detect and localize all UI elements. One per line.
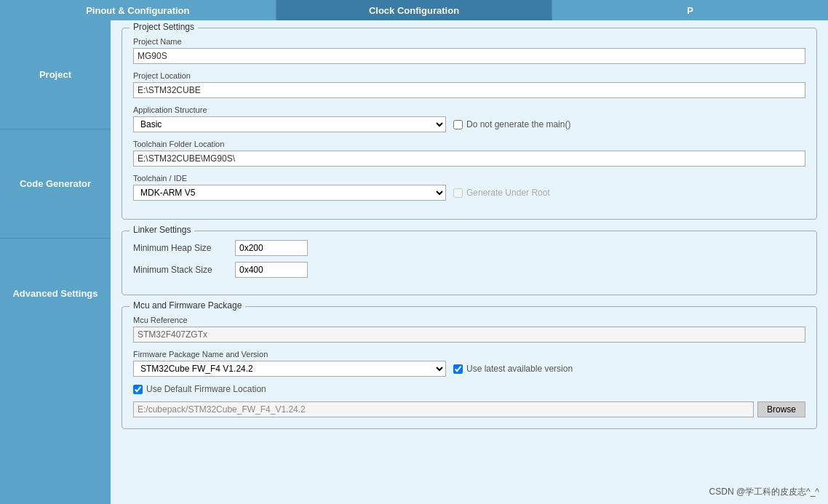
tab-partial[interactable]: P	[552, 0, 828, 20]
linker-settings-group: Linker Settings Minimum Heap Size Minimu…	[122, 231, 817, 295]
min-stack-input[interactable]	[235, 262, 308, 278]
app-structure-inline: Basic Do not generate the main()	[133, 116, 805, 132]
project-settings-title: Project Settings	[130, 22, 198, 32]
generate-under-root-checkbox[interactable]	[453, 188, 463, 198]
generate-under-root-row: Generate Under Root	[453, 188, 550, 198]
use-default-firmware-checkbox-row: Use Default Firmware Location	[133, 384, 805, 394]
sidebar-item-project[interactable]: Project	[0, 20, 111, 129]
use-latest-label: Use latest available version	[466, 364, 573, 374]
toolchain-folder-row: Toolchain Folder Location	[133, 140, 805, 167]
use-latest-row: Use latest available version	[453, 364, 573, 374]
toolchain-ide-select[interactable]: MDK-ARM V5	[133, 185, 446, 201]
project-location-row: Project Location	[133, 71, 805, 98]
min-heap-row: Minimum Heap Size	[133, 240, 805, 256]
mcu-firmware-title: Mcu and Firmware Package	[130, 300, 245, 311]
content-area: Project Settings Project Name Project Lo…	[111, 20, 828, 504]
project-name-label: Project Name	[133, 37, 805, 46]
tab-bar: Pinout & Configuration Clock Configurati…	[0, 0, 828, 20]
mcu-reference-label: Mcu Reference	[133, 316, 805, 324]
min-heap-label: Minimum Heap Size	[133, 243, 228, 253]
tab-pinout-label: Pinout & Configuration	[86, 5, 189, 16]
toolchain-ide-inline: MDK-ARM V5 Generate Under Root	[133, 185, 805, 201]
do-not-generate-label: Do not generate the main()	[466, 119, 570, 129]
use-default-firmware-label: Use Default Firmware Location	[146, 384, 266, 394]
toolchain-ide-row: Toolchain / IDE MDK-ARM V5 Generate Unde…	[133, 174, 805, 201]
sidebar: Project Code Generator Advanced Settings	[0, 20, 111, 504]
toolchain-ide-label: Toolchain / IDE	[133, 174, 805, 183]
firmware-package-inline: STM32Cube FW_F4 V1.24.2 Use latest avail…	[133, 361, 805, 377]
app-structure-label: Application Structure	[133, 105, 805, 114]
generate-under-root-label: Generate Under Root	[466, 188, 550, 198]
firmware-path-input	[133, 401, 754, 417]
browse-button[interactable]: Browse	[757, 401, 805, 417]
use-default-firmware-checkbox[interactable]	[133, 385, 143, 394]
mcu-reference-input	[133, 327, 805, 343]
use-default-firmware-row: Use Default Firmware Location	[133, 384, 805, 394]
project-settings-group: Project Settings Project Name Project Lo…	[122, 28, 817, 220]
sidebar-project-label: Project	[39, 69, 71, 80]
do-not-generate-row: Do not generate the main()	[453, 119, 570, 129]
main-layout: Project Code Generator Advanced Settings…	[0, 20, 828, 504]
project-name-input[interactable]	[133, 48, 805, 64]
footer-watermark: CSDN @学工科的皮皮志^_^	[709, 486, 819, 498]
sidebar-item-advanced-settings[interactable]: Advanced Settings	[0, 239, 111, 348]
do-not-generate-checkbox[interactable]	[453, 120, 463, 129]
linker-settings-title: Linker Settings	[130, 225, 194, 235]
toolchain-folder-label: Toolchain Folder Location	[133, 140, 805, 148]
min-stack-label: Minimum Stack Size	[133, 265, 228, 275]
mcu-firmware-group: Mcu and Firmware Package Mcu Reference F…	[122, 306, 817, 429]
toolchain-folder-input[interactable]	[133, 151, 805, 167]
project-name-row: Project Name	[133, 37, 805, 64]
firmware-package-label: Firmware Package Name and Version	[133, 350, 805, 359]
tab-clock[interactable]: Clock Configuration	[276, 0, 553, 20]
app-structure-select[interactable]: Basic	[133, 116, 446, 132]
project-location-label: Project Location	[133, 71, 805, 80]
mcu-reference-row: Mcu Reference	[133, 316, 805, 343]
sidebar-item-code-generator[interactable]: Code Generator	[0, 129, 111, 239]
project-location-input[interactable]	[133, 82, 805, 98]
app-structure-row: Application Structure Basic Do not gener…	[133, 105, 805, 132]
browse-row: Browse	[133, 401, 805, 417]
firmware-package-select[interactable]: STM32Cube FW_F4 V1.24.2	[133, 361, 446, 377]
firmware-package-row: Firmware Package Name and Version STM32C…	[133, 350, 805, 377]
use-latest-checkbox[interactable]	[453, 364, 463, 374]
min-heap-input[interactable]	[235, 240, 308, 256]
sidebar-advanced-settings-label: Advanced Settings	[12, 288, 97, 299]
tab-clock-label: Clock Configuration	[369, 5, 459, 16]
tab-pinout[interactable]: Pinout & Configuration	[0, 0, 276, 20]
tab-partial-label: P	[687, 5, 693, 16]
sidebar-code-generator-label: Code Generator	[20, 178, 91, 189]
min-stack-row: Minimum Stack Size	[133, 262, 805, 278]
